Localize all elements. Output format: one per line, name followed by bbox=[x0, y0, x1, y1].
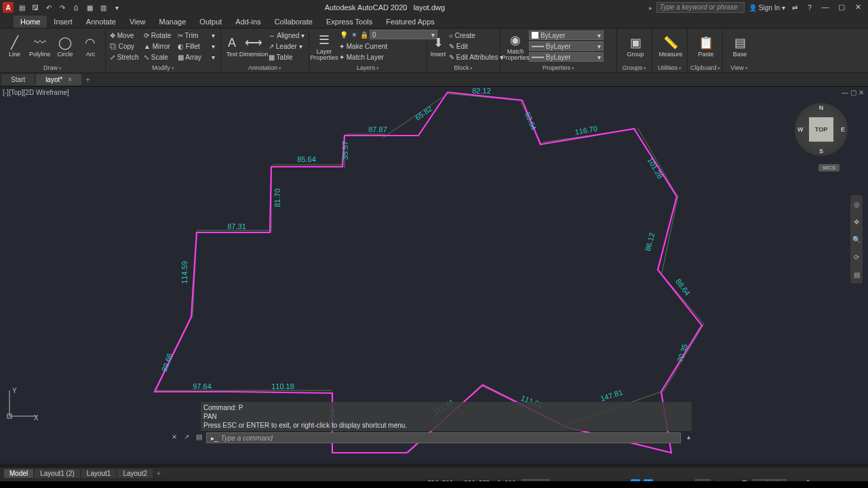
layout-tab-layout1[interactable]: Layout1 bbox=[81, 469, 117, 478]
qat-redo-icon[interactable]: ↷ bbox=[57, 2, 68, 13]
measure-button[interactable]: 📏 Measure bbox=[655, 30, 686, 62]
paste-button[interactable]: 📋 Paste bbox=[690, 30, 722, 62]
help-icon[interactable]: ? bbox=[804, 2, 815, 13]
qat-dropdown-icon[interactable]: ▾ bbox=[111, 2, 122, 13]
qat-new-icon[interactable]: ▤ bbox=[16, 2, 27, 13]
zoom-icon[interactable]: 🔍 bbox=[852, 236, 861, 243]
tab-annotate[interactable]: Annotate bbox=[79, 16, 123, 28]
qat-open-icon[interactable]: ▦ bbox=[84, 2, 95, 13]
command-history-line: Press ESC or ENTER to exit, or right-cli… bbox=[203, 421, 689, 430]
wcs-badge[interactable]: WCS bbox=[818, 164, 840, 171]
file-tab-layot[interactable]: layot*× bbox=[36, 74, 81, 85]
modify-stretch-button[interactable]: ⤢ Stretch bbox=[110, 54, 140, 61]
qat-save-icon[interactable]: 🖫 bbox=[30, 2, 41, 13]
qat-undo-icon[interactable]: ↶ bbox=[43, 2, 54, 13]
panel-label-modify: Modify bbox=[108, 64, 218, 73]
insert-button[interactable]: ⬇ Insert bbox=[430, 30, 446, 62]
search-input[interactable]: Type a keyword or phrase bbox=[656, 2, 745, 13]
layout-tab-layout2[interactable]: Layout2 bbox=[117, 469, 153, 478]
tab-add-ins[interactable]: Add-ins bbox=[229, 16, 267, 28]
layer-properties-button[interactable]: ☰ Layer Properties bbox=[312, 30, 336, 62]
sign-in-button[interactable]: 👤 Sign In ▾ bbox=[749, 4, 785, 12]
layout-tab-model[interactable]: Model bbox=[4, 469, 33, 478]
showmotion-icon[interactable]: ▤ bbox=[854, 271, 860, 279]
tab-collaborate[interactable]: Collaborate bbox=[268, 16, 319, 28]
match-layer-button[interactable]: ✦ Match Layer bbox=[338, 52, 439, 62]
ribbon-panel-properties: ◉ Match Properties ByLayer▾ ━━━ ByLayer▾… bbox=[500, 28, 617, 73]
panel-label-layers: Layers bbox=[312, 64, 424, 73]
modify-array-button[interactable]: ▦ Array bbox=[178, 54, 208, 61]
svg-text:X: X bbox=[34, 414, 39, 422]
add-layout-tab-button[interactable]: + bbox=[157, 470, 161, 477]
view-cube-e[interactable]: E bbox=[841, 126, 845, 133]
dimension-text: 65.82 bbox=[414, 104, 433, 122]
window-close-button[interactable]: ✕ bbox=[852, 3, 864, 12]
window-maximize-button[interactable]: ▢ bbox=[835, 3, 848, 12]
dimension-icon: ⟷ bbox=[245, 35, 262, 51]
text-button[interactable]: A Text bbox=[224, 30, 240, 62]
window-minimize-button[interactable]: — bbox=[819, 3, 831, 12]
view-cube-top[interactable]: TOP bbox=[809, 117, 833, 142]
command-expand-icon[interactable]: ▴ bbox=[684, 433, 693, 443]
modify-move-button[interactable]: ✥ Move bbox=[110, 32, 140, 39]
make-current-button[interactable]: ✦ Make Current bbox=[338, 41, 439, 52]
table-button[interactable]: ▦ Table bbox=[267, 52, 306, 62]
ribbon-panel-annotation: A Text ⟷ Dimension ↔ Aligned ▾ ↗ Leader … bbox=[221, 28, 309, 73]
tab-home[interactable]: Home bbox=[14, 16, 47, 28]
add-file-tab-button[interactable]: + bbox=[85, 75, 90, 85]
pan-icon[interactable]: ✥ bbox=[854, 218, 859, 226]
tab-view[interactable]: View bbox=[123, 16, 153, 28]
full-nav-wheel-icon[interactable]: ◎ bbox=[854, 201, 860, 208]
linetype-selector[interactable]: ━━━ ByLayer▾ bbox=[529, 52, 604, 62]
create-block-button[interactable]: ⟐ Create bbox=[448, 30, 505, 41]
exchange-icon[interactable]: ⇄ bbox=[789, 2, 800, 13]
modify-scale-button[interactable]: ⤡ Scale bbox=[144, 54, 174, 61]
dimension-button[interactable]: ⟷ Dimension bbox=[241, 30, 266, 62]
ribbon-panel-view: ▤ Base View bbox=[723, 28, 755, 73]
edit-attributes-button[interactable]: ✎ Edit Attributes ▾ bbox=[448, 52, 505, 62]
base-view-button[interactable]: ▤ Base bbox=[726, 30, 754, 62]
line-button[interactable]: ╱Line bbox=[3, 30, 26, 62]
edit-block-button[interactable]: ✎ Edit bbox=[448, 41, 505, 52]
circle-button[interactable]: ◯Circle bbox=[54, 30, 77, 62]
match-properties-button[interactable]: ◉ Match Properties bbox=[503, 30, 528, 62]
sun-icon[interactable]: ☀ bbox=[349, 30, 359, 39]
polyline-button[interactable]: 〰Polyline bbox=[28, 30, 52, 62]
navigation-bar[interactable]: ◎ ✥ 🔍 ⟳ ▤ bbox=[850, 195, 863, 283]
color-selector[interactable]: ByLayer▾ bbox=[529, 30, 604, 40]
command-recent-icon[interactable]: ▤ bbox=[194, 433, 203, 443]
app-logo-icon[interactable]: A bbox=[3, 2, 14, 13]
view-cube-s[interactable]: S bbox=[819, 148, 823, 155]
command-close-icon[interactable]: ✕ bbox=[170, 433, 179, 443]
lock-icon[interactable]: 🔒 bbox=[359, 30, 369, 39]
tab-manage[interactable]: Manage bbox=[153, 16, 193, 28]
aligned-button[interactable]: ↔ Aligned ▾ bbox=[267, 30, 306, 41]
tab-output[interactable]: Output bbox=[193, 16, 229, 28]
tab-insert[interactable]: Insert bbox=[47, 16, 79, 28]
tab-express-tools[interactable]: Express Tools bbox=[319, 16, 379, 28]
drawing-canvas[interactable]: [-][Top][2D Wireframe] — ▢ ✕ 82.1265.828… bbox=[0, 87, 868, 464]
leader-button[interactable]: ↗ Leader ▾ bbox=[267, 41, 306, 52]
modify-rotate-button[interactable]: ⟳ Rotate bbox=[144, 32, 174, 39]
view-cube-n[interactable]: N bbox=[819, 104, 824, 111]
qat-saveas-icon[interactable]: ▥ bbox=[98, 2, 108, 13]
tab-featured-apps[interactable]: Featured Apps bbox=[379, 16, 441, 28]
group-button[interactable]: ▣ Group bbox=[620, 30, 651, 62]
orbit-icon[interactable]: ⟳ bbox=[854, 253, 859, 261]
modify-mirror-button[interactable]: ▲ Mirror bbox=[144, 43, 174, 50]
view-cube-w[interactable]: W bbox=[797, 126, 804, 133]
file-tab-start[interactable]: Start bbox=[1, 74, 35, 85]
modify-trim-button[interactable]: ✂ Trim bbox=[178, 32, 208, 39]
arc-button[interactable]: ◠Arc bbox=[79, 30, 102, 62]
dimension-lines bbox=[155, 94, 704, 453]
command-input[interactable]: ▸_ Type a command bbox=[206, 432, 681, 443]
modify-fillet-button[interactable]: ◐ Fillet bbox=[178, 43, 208, 50]
close-tab-icon[interactable]: × bbox=[68, 76, 72, 83]
lineweight-selector[interactable]: ━━━ ByLayer▾ bbox=[529, 41, 604, 51]
view-cube[interactable]: TOP N S E W bbox=[795, 103, 848, 156]
lightbulb-icon[interactable]: 💡 bbox=[339, 30, 349, 39]
command-customize-icon[interactable]: ↗ bbox=[182, 433, 191, 443]
layout-tab-layout12[interactable]: Layout1 (2) bbox=[35, 469, 80, 478]
modify-copy-button[interactable]: ⿻ Copy bbox=[110, 43, 140, 50]
qat-print-icon[interactable]: ⎙ bbox=[71, 2, 81, 13]
